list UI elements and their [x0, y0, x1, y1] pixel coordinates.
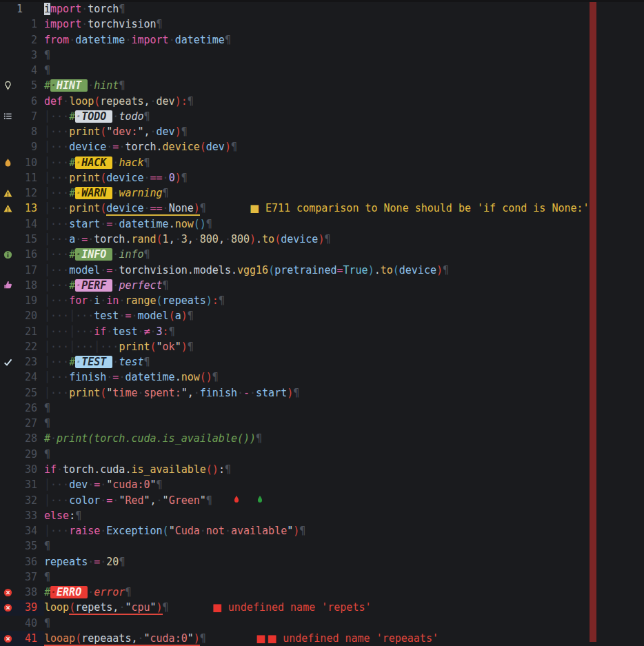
gutter: 23: [0, 354, 44, 370]
code-line[interactable]: 20│···│···test·=·model(a)¶: [0, 308, 644, 323]
code-line[interactable]: 31│···dev·=·"cuda:0"¶: [0, 477, 644, 492]
code-line[interactable]: 1import·torchvision¶: [0, 17, 644, 32]
code-text: ¶: [44, 569, 644, 585]
line-number: 1: [17, 1, 39, 17]
diagnostic-message: E711 comparison to None should be 'if co…: [265, 202, 590, 214]
code-line[interactable]: 19│···for·i·in·range(repeats):¶: [0, 293, 644, 308]
eol-mark: ¶: [44, 402, 50, 414]
eol-mark: ¶: [181, 125, 188, 138]
indent-guide: │: [94, 341, 100, 353]
code-line[interactable]: 30if·torch.cuda.is_available():¶: [0, 462, 644, 477]
code-line[interactable]: 4¶: [0, 63, 644, 78]
eol-mark: ¶: [256, 432, 262, 445]
line-number: 10: [15, 155, 37, 170]
gutter: 14: [0, 216, 44, 232]
line-number: 7: [15, 109, 37, 124]
code-line[interactable]: 40¶: [0, 616, 644, 631]
code-line[interactable]: 22│···│···│···print("ok")¶: [0, 339, 644, 354]
code-line[interactable]: 10│···#·HACK ·hack¶: [0, 155, 644, 170]
code-line[interactable]: 21│···│···if·test·≠·3:¶: [0, 324, 644, 339]
code-text: ¶: [44, 401, 644, 416]
code-line[interactable]: 11│···print(device·==·0)¶: [0, 170, 644, 185]
eol-mark: ¶: [44, 540, 50, 552]
code-line[interactable]: 33else:¶: [0, 508, 644, 523]
line-number: 22: [15, 339, 37, 354]
code-line[interactable]: 36repeats·=·20¶: [0, 554, 644, 569]
code-line[interactable]: 8│···print("dev:",·dev)¶: [0, 124, 644, 139]
code-line[interactable]: 9│···device·=·torch.device(dev)¶: [0, 139, 644, 154]
code-line[interactable]: 7│···#·TODO ·todo¶: [0, 109, 644, 124]
diagnostic-square-icon: ■: [212, 601, 228, 614]
code-line[interactable]: 41looap(repeaats,·"cuda:0")¶■■ undefined…: [0, 631, 644, 646]
gutter: 38: [0, 585, 44, 600]
code-line[interactable]: 23│···#·TEST ·test¶: [0, 354, 644, 370]
indent-guide: │: [44, 279, 50, 292]
eol-mark: ¶: [206, 218, 212, 230]
code-text: │···#·INFO ·info¶: [44, 247, 644, 262]
code-line[interactable]: 32│···color·=·"Red",·"Green"¶: [0, 493, 644, 508]
eol-mark: ¶: [144, 248, 150, 261]
code-text: │···│···│···print("ok")¶: [44, 339, 644, 354]
list-icon: [2, 109, 13, 124]
code-line[interactable]: 27¶: [0, 416, 644, 431]
code-text: ¶: [44, 538, 644, 554]
code-text: │···a·=·torch.rand(1,·3,·800,·800).to(de…: [44, 232, 644, 247]
code-line[interactable]: 29¶: [0, 447, 644, 462]
eol-mark: ¶: [293, 387, 299, 399]
gutter: 30: [0, 462, 44, 477]
code-line[interactable]: 34│···raise·Exception("Cuda·not·availabl…: [0, 523, 644, 538]
code-line[interactable]: 12│···#·WARN ·warning¶: [0, 185, 644, 201]
code-line[interactable]: 5#·HINT ·hint¶: [0, 78, 644, 93]
gutter: 19: [0, 293, 44, 308]
diagnostic-square-icon: ■: [250, 202, 265, 214]
eol-mark: ¶: [188, 341, 194, 353]
code-line[interactable]: 17│···model·=·torchvision.models.vgg16(p…: [0, 263, 644, 278]
code-line[interactable]: 25│···print("time·spent:",·finish·-·star…: [0, 385, 644, 401]
code-line[interactable]: 15│···a·=·torch.rand(1,·3,·800,·800).to(…: [0, 232, 644, 247]
code-text: │···color·=·"Red",·"Green"¶: [44, 493, 644, 508]
code-text: from·datetime·import·datetime¶: [44, 32, 644, 48]
code-text: │···print("dev:",·dev)¶: [44, 124, 644, 139]
code-line[interactable]: 28#·print(torch.cuda.is_available())¶: [0, 431, 644, 446]
eol-mark: ¶: [219, 294, 225, 307]
gutter: 17: [0, 263, 44, 278]
warn-icon: [2, 201, 13, 216]
code-line[interactable]: 13│···print(device·==·None)¶■ E711 compa…: [0, 201, 644, 216]
line-number: 34: [15, 523, 37, 538]
code-line[interactable]: 14│···start·=·datetime.now()¶: [0, 216, 644, 232]
code-text: def·loop(repeats,·dev):¶: [44, 94, 644, 109]
eol-mark: ¶: [144, 356, 150, 368]
eol-mark: ¶: [188, 310, 194, 322]
code-line[interactable]: 26¶: [0, 401, 644, 416]
code-text: │···print("time·spent:",·finish·-·start)…: [44, 385, 644, 401]
gutter: 9: [0, 139, 44, 154]
code-line[interactable]: 2from·datetime·import·datetime¶: [0, 32, 644, 48]
code-line[interactable]: 6def·loop(repeats,·dev):¶: [0, 94, 644, 109]
eol-mark: ¶: [163, 187, 169, 199]
code-line[interactable]: 37¶: [0, 569, 644, 585]
code-text: │···dev·=·"cuda:0"¶: [44, 477, 644, 492]
code-line[interactable]: 1import·torch¶: [0, 1, 644, 17]
code-text: │···#·HACK ·hack¶: [44, 155, 644, 170]
bulb-icon: [2, 78, 13, 93]
code-line[interactable]: 16│···#·INFO ·info¶: [0, 247, 644, 262]
eol-mark: ¶: [157, 478, 163, 491]
line-number: 13: [15, 201, 37, 216]
code-text: #·HINT ·hint¶: [44, 78, 644, 93]
code-text: │···#·WARN ·warning¶: [44, 185, 644, 201]
code-line[interactable]: 35¶: [0, 538, 644, 554]
code-text: if·torch.cuda.is_available():¶: [44, 462, 644, 477]
code-line[interactable]: 38#·ERRO ·error¶: [0, 585, 644, 600]
code-line[interactable]: 3¶: [0, 48, 644, 63]
code-line[interactable]: 39loop(repets,·"cpu")¶■ undefined name '…: [0, 600, 644, 615]
code-text: ¶: [44, 63, 644, 78]
indent-guide: │: [44, 141, 50, 153]
eol-mark: ¶: [163, 601, 169, 614]
eol-mark: ¶: [144, 157, 150, 169]
line-number: 16: [15, 247, 37, 262]
code-line[interactable]: 24│···finish·=·datetime.now()¶: [0, 370, 644, 385]
indent-guide: │: [44, 202, 50, 214]
line-number: 32: [15, 493, 37, 508]
indent-guide: │: [44, 248, 50, 261]
code-line[interactable]: 18│···#·PERF ·perfect¶: [0, 278, 644, 293]
